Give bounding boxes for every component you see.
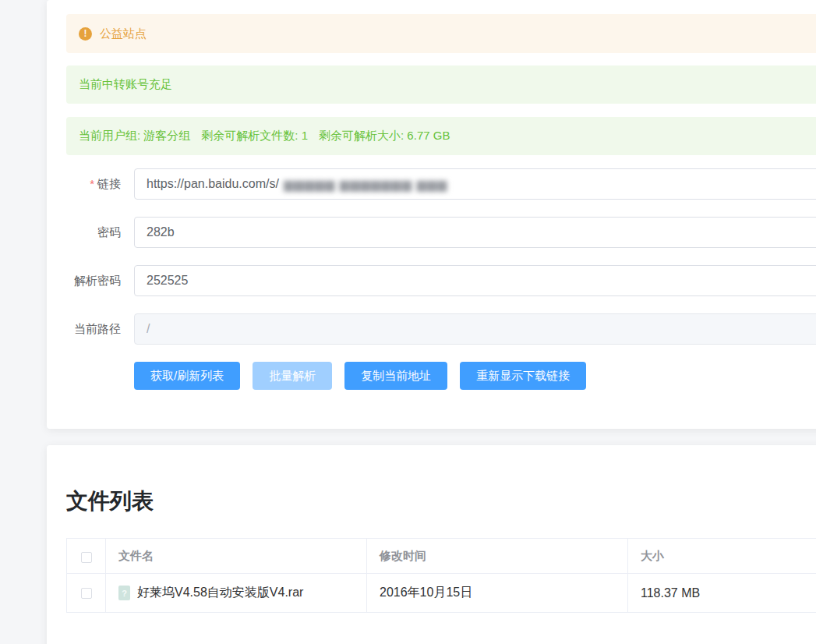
file-size: 118.37 MB bbox=[628, 574, 816, 613]
password-input[interactable] bbox=[134, 217, 816, 248]
refresh-list-button[interactable]: 获取/刷新列表 bbox=[134, 362, 240, 390]
current-path-input bbox=[134, 313, 816, 345]
user-group-text: 当前用户组: 游客分组 bbox=[79, 129, 190, 143]
required-asterisk: * bbox=[90, 177, 94, 190]
row-checkbox-cell bbox=[67, 574, 106, 613]
site-notice-alert: 公益站点 bbox=[66, 14, 816, 53]
copy-address-button[interactable]: 复制当前地址 bbox=[344, 362, 447, 390]
link-row: *链接 https://pan.baidu.com/s/ ▆▆▆▆▆ ▆▆▆▆▆… bbox=[66, 168, 816, 200]
link-input[interactable]: https://pan.baidu.com/s/ ▆▆▆▆▆ ▆▆▆▆▆▆▆ ▆… bbox=[134, 168, 816, 200]
file-list-panel: 文件列表 文件名 修改时间 大小 好莱坞V4.58自动安装版V4.ra bbox=[47, 445, 816, 644]
file-name-cell: 好莱坞V4.58自动安装版V4.rar bbox=[106, 574, 367, 613]
files-left-text: 剩余可解析文件数: 1 bbox=[201, 129, 308, 143]
password-label: 密码 bbox=[66, 225, 121, 240]
current-path-label: 当前路径 bbox=[66, 322, 121, 337]
file-icon bbox=[118, 586, 130, 600]
link-value: https://pan.baidu.com/s/ bbox=[147, 177, 279, 191]
link-value-masked: ▆▆▆▆▆ ▆▆▆▆▆▆▆ ▆▆▆ bbox=[284, 177, 447, 192]
batch-parse-button[interactable]: 批量解析 bbox=[253, 362, 332, 390]
table-header-row: 文件名 修改时间 大小 bbox=[67, 539, 816, 574]
password-row: 密码 bbox=[66, 217, 816, 248]
file-list-title: 文件列表 bbox=[66, 487, 816, 515]
parser-panel: 公益站点 当前中转账号充足 当前用户组: 游客分组 剩余可解析文件数: 1 剩余… bbox=[47, 0, 816, 429]
reshow-links-button[interactable]: 重新显示下载链接 bbox=[460, 362, 586, 390]
transfer-account-alert: 当前中转账号充足 bbox=[66, 65, 816, 104]
file-table: 文件名 修改时间 大小 好莱坞V4.58自动安装版V4.rar 2016年10月… bbox=[66, 538, 816, 613]
column-header-filename: 文件名 bbox=[106, 539, 367, 574]
current-path-row: 当前路径 bbox=[66, 313, 816, 345]
site-notice-text: 公益站点 bbox=[100, 27, 147, 41]
quota-alert: 当前用户组: 游客分组 剩余可解析文件数: 1 剩余可解析大小: 6.77 GB bbox=[66, 117, 816, 155]
file-row[interactable]: 好莱坞V4.58自动安装版V4.rar 2016年10月15日 118.37 M… bbox=[67, 574, 816, 613]
parse-password-row: 解析密码 bbox=[66, 265, 816, 296]
parse-password-input[interactable] bbox=[134, 265, 816, 296]
parse-password-label: 解析密码 bbox=[66, 274, 121, 288]
select-all-checkbox[interactable] bbox=[81, 552, 92, 563]
file-modified: 2016年10月15日 bbox=[367, 574, 628, 613]
select-all-cell bbox=[67, 539, 106, 574]
transfer-account-text: 当前中转账号充足 bbox=[79, 77, 172, 92]
parse-form: *链接 https://pan.baidu.com/s/ ▆▆▆▆▆ ▆▆▆▆▆… bbox=[66, 168, 816, 390]
warning-icon bbox=[79, 27, 92, 41]
column-header-size: 大小 bbox=[628, 539, 816, 574]
action-buttons: 获取/刷新列表 批量解析 复制当前地址 重新显示下载链接 bbox=[134, 362, 816, 390]
file-name: 好莱坞V4.58自动安装版V4.rar bbox=[137, 585, 303, 601]
size-left-text: 剩余可解析大小: 6.77 GB bbox=[319, 129, 450, 143]
column-header-modified: 修改时间 bbox=[367, 539, 628, 574]
row-checkbox[interactable] bbox=[81, 588, 92, 599]
link-label: *链接 bbox=[66, 177, 121, 192]
